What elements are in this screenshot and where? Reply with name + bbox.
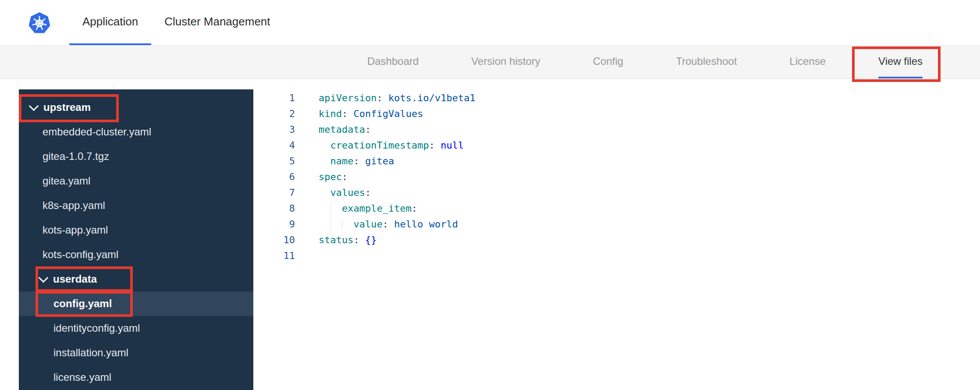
tree-item-label: installation.yaml <box>53 347 128 359</box>
tab-dashboard[interactable]: Dashboard <box>367 46 419 78</box>
tab-config[interactable]: Config <box>593 46 623 78</box>
line-number: 8 <box>253 201 295 216</box>
code-line[interactable]: name: gitea <box>319 153 476 169</box>
tree-item-label: license.yaml <box>53 371 111 383</box>
line-number: 2 <box>253 106 295 122</box>
code-line[interactable]: example_item: <box>319 201 476 216</box>
tree-file-embedded-cluster.yaml[interactable]: embedded-cluster.yaml <box>19 120 253 144</box>
tab-cluster-management-label: Cluster Management <box>164 15 270 28</box>
editor-code[interactable]: apiVersion: kots.io/v1beta1kind: ConfigV… <box>295 90 476 390</box>
tree-file-gitea-1.0.7.tgz[interactable]: gitea-1.0.7.tgz <box>19 144 253 169</box>
code-line[interactable]: spec: <box>319 169 476 185</box>
kubernetes-logo-icon <box>28 0 51 45</box>
code-line[interactable]: apiVersion: kots.io/v1beta1 <box>319 90 476 106</box>
line-number: 1 <box>253 90 295 106</box>
tree-item-label: userdata <box>53 273 97 285</box>
tab-view-files[interactable]: View files <box>878 46 923 78</box>
code-line[interactable]: kind: ConfigValues <box>319 106 476 122</box>
tree-item-label: upstream <box>43 101 91 113</box>
tree-file-identityconfig.yaml[interactable]: identityconfig.yaml <box>19 316 253 340</box>
tree-folder-upstream[interactable]: upstream <box>19 95 253 120</box>
file-content-editor[interactable]: 1234567891011 apiVersion: kots.io/v1beta… <box>253 89 980 390</box>
tab-version-history-label: Version history <box>471 55 540 67</box>
tree-item-label: gitea.yaml <box>43 175 90 187</box>
chevron-down-icon <box>39 273 49 283</box>
line-number: 4 <box>253 138 295 153</box>
tree-item-label: identityconfig.yaml <box>53 322 140 334</box>
tab-application[interactable]: Application <box>69 0 151 45</box>
code-line[interactable]: metadata: <box>319 122 476 138</box>
line-number: 3 <box>253 122 295 138</box>
editor-gutter: 1234567891011 <box>253 90 295 390</box>
top-header: Application Cluster Management <box>0 0 980 46</box>
app-subnav: Dashboard Version history Config Trouble… <box>0 46 980 79</box>
tree-file-license.yaml[interactable]: license.yaml <box>19 365 253 390</box>
tab-license[interactable]: License <box>789 46 826 78</box>
tab-license-label: License <box>789 55 826 67</box>
tree-file-k8s-app.yaml[interactable]: k8s-app.yaml <box>19 193 253 218</box>
tree-file-kots-app.yaml[interactable]: kots-app.yaml <box>19 218 253 242</box>
line-number: 11 <box>253 248 295 264</box>
tab-version-history[interactable]: Version history <box>471 46 540 78</box>
code-line[interactable]: values: <box>319 185 476 201</box>
file-tree-sidebar: upstreamembedded-cluster.yamlgitea-1.0.7… <box>19 89 253 390</box>
content-area: upstreamembedded-cluster.yamlgitea-1.0.7… <box>0 89 980 390</box>
tree-file-gitea.yaml[interactable]: gitea.yaml <box>19 169 253 193</box>
code-line[interactable]: creationTimestamp: null <box>319 138 476 153</box>
tree-item-label: gitea-1.0.7.tgz <box>43 150 109 163</box>
code-line[interactable]: value: hello world <box>319 216 476 232</box>
line-number: 10 <box>253 232 295 248</box>
line-number: 9 <box>253 216 295 232</box>
tab-config-label: Config <box>593 55 623 67</box>
file-tree: upstreamembedded-cluster.yamlgitea-1.0.7… <box>19 95 253 390</box>
tree-file-installation.yaml[interactable]: installation.yaml <box>19 340 253 365</box>
tree-item-label: kots-app.yaml <box>43 224 108 236</box>
line-number: 7 <box>253 185 295 201</box>
tab-application-label: Application <box>82 15 138 28</box>
tab-cluster-management[interactable]: Cluster Management <box>151 0 283 45</box>
tree-item-label: config.yaml <box>53 298 112 310</box>
tab-troubleshoot[interactable]: Troubleshoot <box>676 46 737 78</box>
chevron-down-icon <box>29 101 39 111</box>
code-line[interactable] <box>319 248 476 264</box>
tab-dashboard-label: Dashboard <box>367 55 419 67</box>
line-number: 6 <box>253 169 295 185</box>
tree-item-label: kots-config.yaml <box>43 248 118 261</box>
tab-troubleshoot-label: Troubleshoot <box>676 55 737 67</box>
line-number: 5 <box>253 153 295 169</box>
tree-folder-userdata[interactable]: userdata <box>19 267 253 291</box>
tab-view-files-label: View files <box>878 55 923 67</box>
tree-item-label: embedded-cluster.yaml <box>43 126 151 138</box>
tree-file-config.yaml[interactable]: config.yaml <box>19 291 253 316</box>
tree-file-kots-config.yaml[interactable]: kots-config.yaml <box>19 242 253 267</box>
tree-item-label: k8s-app.yaml <box>43 199 105 212</box>
code-line[interactable]: status: {} <box>319 232 476 248</box>
